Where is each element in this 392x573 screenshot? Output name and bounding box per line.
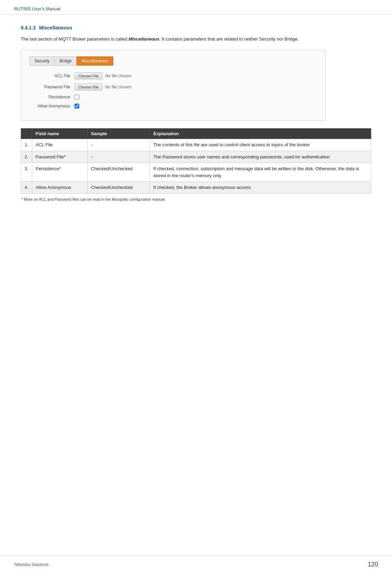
table-row: 2. Password File* - The Password stores … xyxy=(21,151,371,163)
page-footer: Teltonika Solutions 120 xyxy=(0,556,392,573)
password-file-no-file-text: No file chosen xyxy=(105,85,132,89)
row1-num: 1. xyxy=(21,139,32,151)
row4-field: Allow Anonymous xyxy=(32,182,87,194)
acl-file-label: ACL File xyxy=(29,73,74,78)
acl-file-row: ACL File Choose File No file chosen xyxy=(29,72,317,79)
parameters-table: Field name Sample Explanation 1. ACL Fil… xyxy=(21,128,371,194)
tab-bridge[interactable]: Bridge xyxy=(54,57,77,66)
row2-explanation: The Password stores user names and corre… xyxy=(150,151,371,163)
table-footnote: * More on ACL and Password files can be … xyxy=(21,196,371,201)
table-row: 1. ACL File - The contents of this file … xyxy=(21,139,371,151)
password-file-label: Password File xyxy=(29,85,74,89)
allow-anonymous-checkbox[interactable] xyxy=(74,104,79,108)
row1-explanation: The contents of this file are used to co… xyxy=(150,139,371,151)
ui-configuration-box: Security Bridge Miscellaneous ACL File C… xyxy=(21,50,326,121)
persistence-label: Persistence xyxy=(29,95,74,99)
row3-sample: Checked/Unchecked xyxy=(87,163,150,182)
intro-text-part1: The last section of MQTT Broker paramete… xyxy=(21,36,128,42)
section-heading: 9.4.1.3 Miscellaneous xyxy=(21,25,371,31)
allow-anonymous-row: Allow Anonymous xyxy=(29,104,317,108)
tab-security[interactable]: Security xyxy=(29,57,54,66)
tabs-row: Security Bridge Miscellaneous xyxy=(29,57,317,66)
col-header-sample: Sample xyxy=(87,129,150,139)
allow-anonymous-label: Allow Anonymous xyxy=(29,104,74,108)
intro-paragraph: The last section of MQTT Broker paramete… xyxy=(21,35,371,43)
main-content: 9.4.1.3 Miscellaneous The last section o… xyxy=(0,15,392,222)
acl-file-no-file-text: No file chosen xyxy=(105,73,132,78)
row4-num: 4. xyxy=(21,182,32,194)
persistence-checkbox[interactable] xyxy=(74,95,79,99)
row3-field: Persistence* xyxy=(32,163,87,182)
col-header-num xyxy=(21,129,32,139)
manual-title-link[interactable]: RUT955 User's Manual xyxy=(14,6,61,11)
row4-explanation: If checked, the Broker allows anonymous … xyxy=(150,182,371,194)
row3-explanation: If checked, connection, subscription and… xyxy=(150,163,371,182)
intro-bold-italic: Miscellaneous xyxy=(128,36,159,42)
row2-num: 2. xyxy=(21,151,32,163)
table-header-row: Field name Sample Explanation xyxy=(21,129,371,139)
row2-sample: - xyxy=(87,151,150,163)
section-number: 9.4.1.3 xyxy=(21,25,36,31)
col-header-field: Field name xyxy=(32,129,87,139)
table-row: 3. Persistence* Checked/Unchecked If che… xyxy=(21,163,371,182)
row3-num: 3. xyxy=(21,163,32,182)
intro-text-part2: . It contains parameters that are relate… xyxy=(159,36,299,42)
page-number: 120 xyxy=(368,561,378,568)
col-header-explanation: Explanation xyxy=(150,129,371,139)
password-file-input-group: Choose File No file chosen xyxy=(74,84,132,90)
row2-field: Password File* xyxy=(32,151,87,163)
password-file-row: Password File Choose File No file chosen xyxy=(29,84,317,90)
footer-company: Teltonika Solutions xyxy=(14,562,48,567)
acl-file-input-group: Choose File No file chosen xyxy=(74,72,132,79)
row1-field: ACL File xyxy=(32,139,87,151)
persistence-row: Persistence xyxy=(29,95,317,99)
password-file-choose-button[interactable]: Choose File xyxy=(74,84,103,90)
page-header: RUT955 User's Manual xyxy=(0,0,392,15)
section-title: Miscellaneous xyxy=(39,25,72,31)
table-row: 4. Allow Anonymous Checked/Unchecked If … xyxy=(21,182,371,194)
row1-sample: - xyxy=(87,139,150,151)
tab-miscellaneous[interactable]: Miscellaneous xyxy=(77,57,113,66)
acl-file-choose-button[interactable]: Choose File xyxy=(74,72,103,79)
row4-sample: Checked/Unchecked xyxy=(87,182,150,194)
